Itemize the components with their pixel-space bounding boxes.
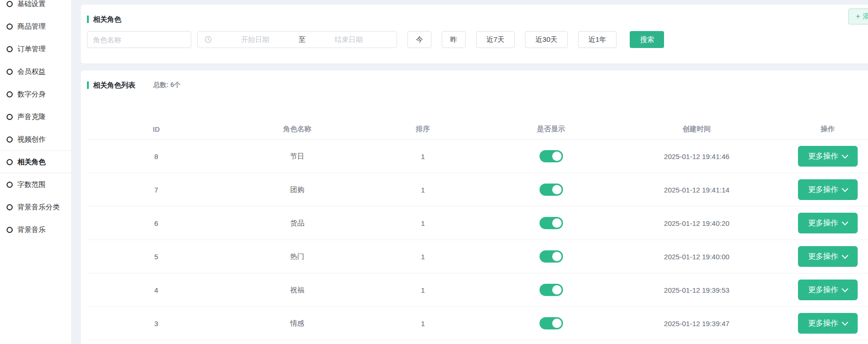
table-row: 8节日12025-01-12 19:41:46更多操作 bbox=[87, 140, 868, 173]
sidebar-item-label: 基础设置 bbox=[17, 0, 46, 8]
column-header: 角色名称 bbox=[226, 125, 369, 134]
sidebar-item-1[interactable]: 商品管理 bbox=[0, 15, 71, 38]
cell-role-name: 货品 bbox=[226, 219, 369, 228]
cell-visible bbox=[477, 184, 625, 196]
quick-range-button-4[interactable]: 近1年 bbox=[578, 31, 617, 48]
page-title: 相关角色 bbox=[93, 15, 121, 24]
cell-visible bbox=[477, 317, 625, 329]
cell-role-name: 祝福 bbox=[226, 286, 369, 295]
more-actions-label: 更多操作 bbox=[808, 218, 838, 228]
sidebar-item-8[interactable]: 字数范围 bbox=[0, 173, 71, 196]
cell-id: 7 bbox=[87, 186, 226, 194]
sidebar-item-label: 视频创作 bbox=[17, 135, 46, 144]
chevron-down-icon bbox=[841, 285, 848, 292]
end-date-placeholder[interactable]: 结束日期 bbox=[307, 35, 390, 44]
more-actions-label: 更多操作 bbox=[808, 285, 838, 295]
table-header-row: ID角色名称排序是否显示创建时间操作 bbox=[87, 119, 868, 140]
admin-app: 基础设置商品管理订单管理会员权益数字分身声音克隆视频创作相关角色字数范围背景音乐… bbox=[0, 0, 868, 344]
cell-actions: 更多操作 bbox=[768, 146, 868, 167]
cell-created-time: 2025-01-12 19:39:47 bbox=[625, 320, 768, 328]
role-list-card: 相关角色列表 总数: 6个 ID角色名称排序是否显示创建时间操作 8节日1202… bbox=[81, 71, 868, 344]
visibility-toggle-icon[interactable] bbox=[540, 317, 563, 329]
visibility-toggle-icon[interactable] bbox=[540, 150, 563, 162]
circle-icon bbox=[7, 136, 13, 143]
cell-visible bbox=[477, 284, 625, 296]
table-row: 3情感12025-01-12 19:39:47更多操作 bbox=[87, 307, 868, 340]
chevron-down-icon bbox=[841, 319, 848, 325]
filter-row: 开始日期 至 结束日期 今昨近7天近30天近1年 搜索 bbox=[87, 31, 868, 48]
list-title-row: 相关角色列表 总数: 6个 bbox=[81, 71, 868, 90]
more-actions-button[interactable]: 更多操作 bbox=[798, 280, 858, 300]
title-marker-icon bbox=[87, 16, 89, 23]
start-date-placeholder[interactable]: 开始日期 bbox=[214, 35, 297, 44]
more-actions-button[interactable]: 更多操作 bbox=[798, 146, 858, 167]
cell-sort: 1 bbox=[369, 152, 477, 160]
sidebar-item-6[interactable]: 视频创作 bbox=[0, 128, 71, 151]
list-title: 相关角色列表 bbox=[93, 81, 135, 90]
quick-range-button-3[interactable]: 近30天 bbox=[525, 31, 568, 48]
sidebar-item-label: 会员权益 bbox=[17, 67, 46, 76]
sidebar-item-2[interactable]: 订单管理 bbox=[0, 38, 71, 60]
cell-created-time: 2025-01-12 19:40:20 bbox=[625, 219, 768, 227]
sidebar-item-4[interactable]: 数字分身 bbox=[0, 83, 71, 105]
circle-icon bbox=[7, 24, 13, 30]
sidebar-item-3[interactable]: 会员权益 bbox=[0, 60, 71, 83]
date-range-picker[interactable]: 开始日期 至 结束日期 bbox=[197, 31, 397, 48]
column-header: 创建时间 bbox=[625, 125, 768, 134]
cell-sort: 1 bbox=[369, 186, 477, 194]
clock-icon bbox=[204, 36, 212, 43]
sidebar-item-0[interactable]: 基础设置 bbox=[0, 0, 71, 15]
cell-sort: 1 bbox=[369, 286, 477, 294]
cell-role-name: 热门 bbox=[226, 252, 369, 261]
cell-sort: 1 bbox=[369, 253, 477, 261]
table-row: 6货品12025-01-12 19:40:20更多操作 bbox=[87, 207, 868, 240]
cell-id: 5 bbox=[87, 253, 226, 261]
sidebar-item-10[interactable]: 背景音乐 bbox=[0, 218, 71, 241]
total-count: 总数: 6个 bbox=[153, 81, 180, 89]
cell-visible bbox=[477, 217, 625, 229]
more-actions-button[interactable]: 更多操作 bbox=[798, 179, 858, 200]
sidebar-item-7[interactable]: 相关角色 bbox=[0, 151, 71, 173]
cell-id: 6 bbox=[87, 219, 226, 227]
cell-actions: 更多操作 bbox=[768, 213, 868, 233]
quick-range-button-2[interactable]: 近7天 bbox=[476, 31, 515, 48]
cell-id: 3 bbox=[87, 320, 226, 328]
add-button[interactable]: + 添加 bbox=[848, 8, 868, 24]
circle-icon bbox=[7, 91, 13, 97]
circle-icon bbox=[7, 46, 13, 52]
circle-icon bbox=[7, 182, 13, 188]
visibility-toggle-icon[interactable] bbox=[540, 184, 563, 196]
chevron-down-icon bbox=[841, 252, 848, 258]
circle-icon bbox=[7, 1, 13, 7]
visibility-toggle-icon[interactable] bbox=[540, 284, 563, 296]
visibility-toggle-icon[interactable] bbox=[540, 250, 563, 263]
circle-icon bbox=[7, 204, 13, 210]
cell-created-time: 2025-01-12 19:39:53 bbox=[625, 286, 768, 294]
chevron-down-icon bbox=[841, 185, 848, 192]
column-header: 排序 bbox=[369, 125, 477, 134]
quick-range-button-0[interactable]: 今 bbox=[407, 31, 431, 48]
role-name-input[interactable] bbox=[87, 31, 191, 48]
column-header: ID bbox=[87, 125, 226, 133]
chevron-down-icon bbox=[841, 218, 848, 225]
circle-icon bbox=[7, 69, 13, 75]
sidebar-item-5[interactable]: 声音克隆 bbox=[0, 105, 71, 128]
search-button[interactable]: 搜索 bbox=[630, 31, 664, 48]
cell-created-time: 2025-01-12 19:40:00 bbox=[625, 253, 768, 261]
sidebar-item-9[interactable]: 背景音乐分类 bbox=[0, 196, 71, 218]
quick-range-buttons: 今昨近7天近30天近1年 bbox=[397, 31, 617, 48]
quick-range-button-1[interactable]: 昨 bbox=[442, 31, 466, 48]
add-button-label: 添加 bbox=[863, 12, 868, 21]
more-actions-button[interactable]: 更多操作 bbox=[798, 313, 858, 334]
visibility-toggle-icon[interactable] bbox=[540, 217, 563, 229]
cell-actions: 更多操作 bbox=[768, 179, 868, 200]
sidebar-item-label: 数字分身 bbox=[17, 90, 46, 99]
cell-id: 8 bbox=[87, 152, 226, 160]
more-actions-button[interactable]: 更多操作 bbox=[798, 213, 858, 233]
sidebar-item-label: 背景音乐 bbox=[17, 225, 46, 234]
cell-sort: 1 bbox=[369, 320, 477, 328]
more-actions-button[interactable]: 更多操作 bbox=[798, 246, 858, 267]
title-marker-icon bbox=[87, 81, 89, 89]
sidebar-item-label: 商品管理 bbox=[17, 22, 46, 31]
plus-icon: + bbox=[856, 12, 860, 21]
